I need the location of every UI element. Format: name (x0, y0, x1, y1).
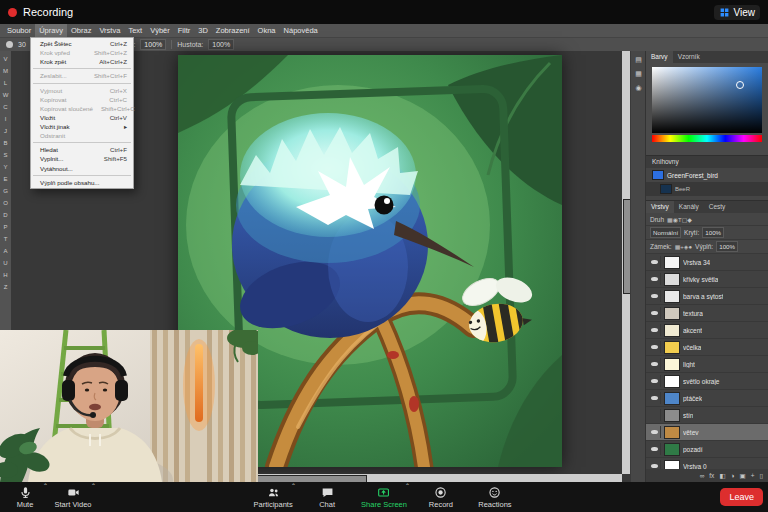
edit-menu-item[interactable]: Vložit jinak ▸ (31, 122, 133, 131)
view-button[interactable]: View (714, 5, 761, 20)
opacity-select[interactable]: 100% (140, 39, 166, 50)
edit-menu-item[interactable] (33, 68, 131, 69)
layers-footer-icon[interactable]: ∞ (700, 472, 705, 479)
edit-menu-item[interactable]: Hledat Ctrl+F (31, 145, 133, 154)
tool-button[interactable]: G (1, 186, 10, 196)
library-item[interactable]: GreenForest_bird (646, 168, 768, 182)
layers-footer-icon[interactable]: ◑ (731, 472, 735, 479)
edit-menu-item[interactable] (33, 175, 131, 176)
tool-button[interactable]: Y (1, 162, 10, 172)
layer-visibility-toggle[interactable] (649, 256, 661, 268)
record-button[interactable]: Record (418, 482, 464, 512)
brush-preview-icon[interactable] (6, 41, 13, 48)
edit-menu-item[interactable] (33, 142, 131, 143)
layers-footer-icon[interactable]: + (751, 472, 755, 479)
panel-tab[interactable]: Cesty (704, 201, 731, 213)
tool-button[interactable]: C (1, 102, 10, 112)
layer-row[interactable]: včelka (646, 339, 768, 356)
layers-footer-icon[interactable]: fx (709, 472, 714, 479)
share-screen-button[interactable]: Share Screen (358, 482, 410, 512)
tool-button[interactable]: J (1, 126, 10, 136)
edit-menu-item[interactable]: Krok zpět Alt+Ctrl+Z (31, 57, 133, 66)
panel-tab[interactable]: Kanály (674, 201, 704, 213)
menubar-item[interactable]: Okna (254, 24, 280, 37)
webcam-self-view[interactable] (0, 330, 258, 482)
layer-row[interactable]: křivky světla (646, 271, 768, 288)
layer-row[interactable]: textura (646, 305, 768, 322)
color-picker-cursor[interactable] (736, 81, 744, 89)
tool-button[interactable]: I (1, 114, 10, 124)
layer-row[interactable]: Vrstva 0 (646, 458, 768, 469)
layer-visibility-toggle[interactable] (649, 392, 661, 404)
tool-button[interactable]: P (1, 222, 10, 232)
panel-tab[interactable]: Vzorník (673, 51, 705, 63)
layer-row[interactable]: akcent (646, 322, 768, 339)
layers-footer-icon[interactable]: ▯ (759, 472, 763, 480)
panel-tab[interactable]: Vrstvy (646, 201, 674, 213)
layer-visibility-toggle[interactable] (649, 409, 661, 421)
layer-row[interactable]: ptáček (646, 390, 768, 407)
edit-menu-item[interactable]: Zpět Štětec Ctrl+Z (31, 39, 133, 48)
layers-footer-icon[interactable]: ◧ (719, 472, 725, 480)
menubar-item[interactable]: Filtr (174, 24, 195, 37)
tool-button[interactable]: T (1, 234, 10, 244)
edit-menu-item[interactable]: Kopírovat sloučené Shift+Ctrl+C (31, 104, 133, 113)
layer-visibility-toggle[interactable] (649, 358, 661, 370)
hue-slider[interactable] (652, 135, 762, 142)
tool-button[interactable]: V (1, 54, 10, 64)
layer-row[interactable]: Vrstva 34 (646, 254, 768, 271)
layer-row[interactable]: světlo okraje (646, 373, 768, 390)
menubar-item[interactable]: Vrstva (95, 24, 124, 37)
layer-visibility-toggle[interactable] (649, 273, 661, 285)
layer-visibility-toggle[interactable] (649, 443, 661, 455)
panel-dock-icon[interactable]: ▦ (635, 70, 642, 78)
tool-button[interactable]: L (1, 78, 10, 88)
edit-menu-item[interactable] (33, 83, 131, 84)
start-video-button[interactable]: Start Video (50, 482, 96, 512)
tool-button[interactable]: Z (1, 282, 10, 292)
menubar-item[interactable]: Výběr (146, 24, 174, 37)
fill-select[interactable]: 100% (716, 241, 738, 252)
menubar-item[interactable]: Obraz (67, 24, 95, 37)
edit-menu-item[interactable]: Kopírovat Ctrl+C (31, 95, 133, 104)
tool-button[interactable]: D (1, 210, 10, 220)
tool-button[interactable]: M (1, 66, 10, 76)
layer-visibility-toggle[interactable] (649, 307, 661, 319)
panel-tab[interactable]: Barvy (646, 51, 673, 63)
edit-menu-item[interactable]: Vložit Ctrl+V (31, 113, 133, 122)
tool-button[interactable]: B (1, 138, 10, 148)
menubar-item[interactable]: Soubor (3, 24, 35, 37)
edit-menu-item[interactable]: Odstranit (31, 131, 133, 140)
layer-row[interactable]: pozadí (646, 441, 768, 458)
menubar-item[interactable]: Nápověda (280, 24, 322, 37)
layers-footer-icon[interactable]: ▣ (739, 472, 745, 480)
edit-menu-item[interactable]: Vytáhnout... (31, 164, 133, 173)
layer-row[interactable]: stín (646, 407, 768, 424)
participants-button[interactable]: Participants (250, 482, 296, 512)
tool-button[interactable]: S (1, 150, 10, 160)
edit-menu-item[interactable]: Vyjmout Ctrl+X (31, 86, 133, 95)
layer-row[interactable]: barva a sytost (646, 288, 768, 305)
layer-visibility-toggle[interactable] (649, 375, 661, 387)
tool-button[interactable]: E (1, 174, 10, 184)
edit-menu-item[interactable]: Zeslabit... Shift+Ctrl+F (31, 71, 133, 80)
reactions-button[interactable]: Reactions (472, 482, 518, 512)
tool-button[interactable]: U (1, 258, 10, 268)
menubar-item[interactable]: Zobrazení (212, 24, 254, 37)
layer-filter-icon[interactable]: ◆ (687, 217, 692, 223)
panel-dock-icon[interactable]: ◉ (635, 84, 641, 92)
layer-row[interactable]: light (646, 356, 768, 373)
brush-size-value[interactable]: 30 (18, 41, 26, 48)
lock-option-icon[interactable]: ● (688, 244, 692, 250)
tool-button[interactable]: O (1, 198, 10, 208)
canvas-vertical-scrollbar[interactable] (622, 51, 630, 474)
library-subitem[interactable]: BeeR (646, 182, 768, 196)
edit-menu-item[interactable]: Výplň podle obsahu... (31, 178, 133, 187)
tool-button[interactable]: A (1, 246, 10, 256)
panel-dock-icon[interactable]: ▤ (635, 56, 642, 64)
edit-menu-item[interactable]: Krok vpřed Shift+Ctrl+Z (31, 48, 133, 57)
edit-menu-item[interactable]: Vyplnit... Shift+F5 (31, 154, 133, 163)
layer-row[interactable]: větev (646, 424, 768, 441)
blend-mode-select[interactable]: Normální (650, 227, 681, 238)
color-picker-field[interactable] (652, 67, 762, 133)
